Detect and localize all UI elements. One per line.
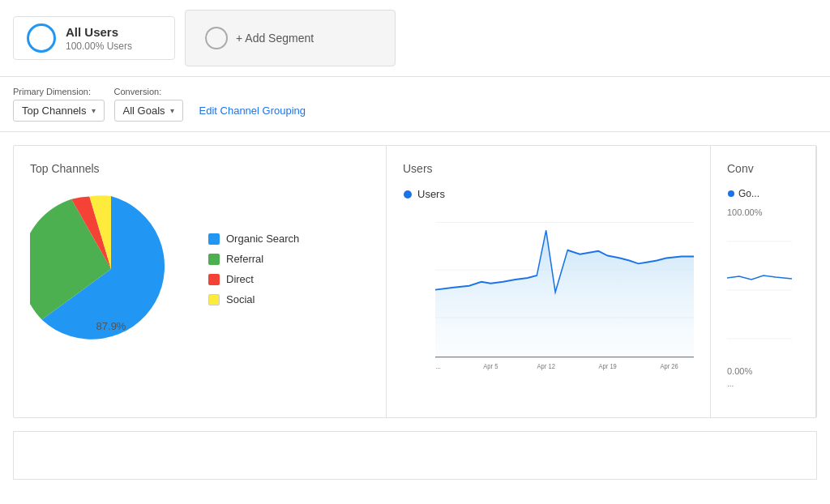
top-channels-title: Top Channels — [30, 162, 370, 175]
conv-line-chart — [727, 217, 792, 363]
segment-icon — [27, 23, 56, 53]
legend-dot-social — [208, 294, 220, 305]
svg-point-13 — [728, 190, 734, 197]
conversion-group: Conversion: All Goals ▾ — [114, 87, 183, 122]
top-channels-panel: Top Channels — [14, 146, 387, 417]
legend-label-organic: Organic Search — [226, 233, 299, 245]
segment-title: All Users — [66, 25, 132, 39]
chevron-down-icon-2: ▾ — [170, 106, 174, 115]
conversion-label: Conversion: — [114, 87, 183, 96]
main-content: Top Channels — [0, 145, 830, 480]
conversions-panel: Conv Go... 100.00% 0.00% ... — [711, 146, 816, 417]
charts-row: Top Channels — [13, 145, 817, 418]
svg-text:Apr 5: Apr 5 — [483, 361, 498, 370]
controls-bar: Primary Dimension: Top Channels ▾ Conver… — [0, 77, 830, 132]
primary-dimension-value: Top Channels — [22, 105, 87, 117]
svg-point-0 — [404, 190, 412, 199]
users-legend-dot-icon — [403, 190, 413, 199]
conv-title: Conv — [727, 162, 799, 175]
pie-label: 87.9% — [96, 320, 126, 332]
legend-dot-organic — [208, 233, 220, 245]
svg-text:...: ... — [436, 361, 441, 370]
legend-dot-direct — [208, 274, 220, 285]
legend-label-direct: Direct — [226, 273, 254, 285]
conv-legend-dot-icon — [727, 190, 735, 198]
pie-legend: Organic Search Referral Direct Social — [208, 233, 299, 305]
add-segment-circle-icon — [205, 27, 228, 49]
conversion-value: All Goals — [123, 105, 165, 117]
legend-item-organic: Organic Search — [208, 233, 299, 245]
legend-label-social: Social — [226, 293, 255, 305]
svg-text:Apr 19: Apr 19 — [598, 361, 616, 370]
primary-dimension-label: Primary Dimension: — [13, 87, 105, 96]
users-panel: Users Users 600 400 200 — [387, 146, 711, 417]
primary-dimension-dropdown[interactable]: Top Channels ▾ — [13, 100, 105, 122]
primary-dimension-group: Primary Dimension: Top Channels ▾ — [13, 87, 105, 122]
conv-legend-label: Go... — [738, 188, 759, 199]
svg-text:Apr 26: Apr 26 — [660, 361, 678, 370]
conv-bottom-value: 0.00% — [727, 366, 799, 376]
add-segment-label: + Add Segment — [236, 32, 314, 45]
users-legend-label: Users — [417, 188, 445, 200]
all-users-segment[interactable]: All Users 100.00% Users — [13, 16, 175, 60]
header-bar: All Users 100.00% Users + Add Segment — [0, 0, 830, 77]
pie-content: 87.9% Organic Search Referral Direct — [30, 188, 370, 350]
legend-item-direct: Direct — [208, 273, 299, 285]
pie-chart: 87.9% — [30, 188, 192, 350]
svg-text:Apr 12: Apr 12 — [537, 361, 555, 370]
chevron-down-icon: ▾ — [92, 106, 96, 115]
conv-top-value: 100.00% — [727, 207, 799, 217]
segment-info: All Users 100.00% Users — [66, 25, 132, 52]
legend-dot-referral — [208, 254, 220, 265]
legend-item-social: Social — [208, 293, 299, 305]
users-title: Users — [403, 162, 694, 175]
legend-item-referral: Referral — [208, 253, 299, 265]
edit-channel-link[interactable]: Edit Channel Grouping — [199, 105, 306, 122]
conv-x-label: ... — [727, 379, 799, 388]
add-segment-button[interactable]: + Add Segment — [185, 10, 396, 66]
users-line-chart: 600 400 200 ... Apr 5 Apr 12 Apr 19 Apr … — [435, 207, 694, 381]
segment-subtitle: 100.00% Users — [66, 41, 132, 52]
conversion-dropdown[interactable]: All Goals ▾ — [114, 100, 183, 122]
legend-label-referral: Referral — [226, 253, 263, 265]
bottom-spacer — [13, 431, 817, 480]
